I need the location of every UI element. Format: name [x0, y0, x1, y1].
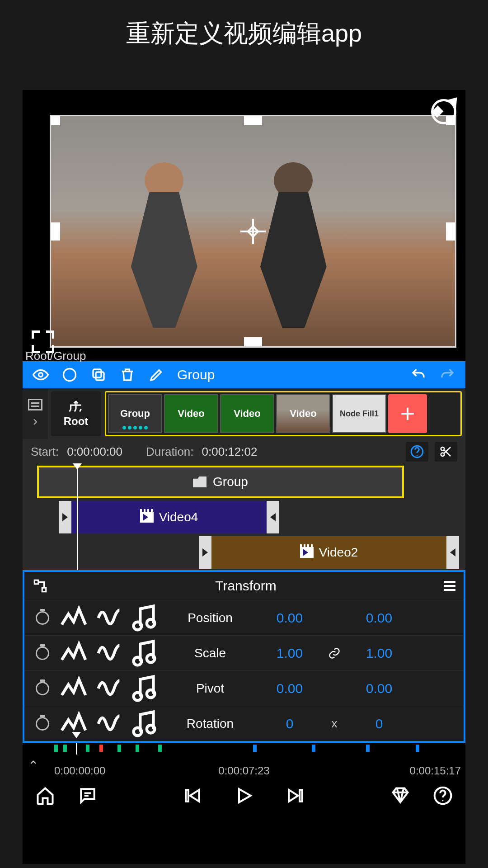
group-children-indicator-icon: [122, 426, 148, 429]
resize-handle-e[interactable]: [446, 222, 456, 241]
add-node-button[interactable]: +: [388, 394, 427, 433]
prop-value-x[interactable]: 0.00: [260, 681, 319, 696]
circle-select-icon[interactable]: [61, 367, 78, 383]
prop-value-x[interactable]: 0: [260, 716, 319, 731]
help-hint-icon[interactable]: [406, 442, 428, 462]
node-strip: Group Video Video Video Node Fill1 +: [105, 391, 462, 436]
node-chip-fill[interactable]: Node Fill1: [332, 394, 386, 433]
music-note-icon[interactable]: [128, 673, 160, 704]
visibility-icon[interactable]: [33, 367, 49, 383]
transform-icon[interactable]: [33, 578, 48, 594]
svg-rect-8: [34, 580, 38, 584]
keyframe-marker-strip[interactable]: [23, 743, 465, 755]
clip-trim-left[interactable]: [199, 536, 211, 569]
keyframe-marker[interactable]: [99, 745, 103, 752]
clip-video2[interactable]: Video2: [199, 536, 459, 569]
stopwatch-icon[interactable]: [31, 646, 54, 660]
keyframe-marker[interactable]: [158, 745, 162, 752]
preview-area[interactable]: Root/Group: [23, 90, 465, 361]
keyframe-marker[interactable]: [63, 745, 67, 752]
list-icon: [28, 399, 42, 410]
wave-icon[interactable]: [93, 673, 125, 704]
step-back-icon[interactable]: [183, 786, 202, 806]
svg-point-16: [134, 727, 142, 736]
playhead[interactable]: [77, 464, 78, 570]
node-chip-video-1[interactable]: Video: [164, 394, 218, 433]
wave-icon[interactable]: [93, 708, 125, 740]
node-chip-group[interactable]: Group: [108, 394, 162, 433]
prop-value-y[interactable]: 0.00: [350, 681, 408, 696]
prop-row-position: Position 0.00 0.00: [24, 600, 464, 635]
resize-handle-s[interactable]: [244, 337, 262, 348]
canvas[interactable]: [50, 115, 456, 348]
stopwatch-icon[interactable]: [31, 611, 54, 625]
step-forward-icon[interactable]: [286, 786, 305, 806]
stopwatch-icon[interactable]: [31, 717, 54, 731]
svg-point-21: [442, 800, 444, 802]
prop-value-y[interactable]: 1.00: [350, 646, 408, 661]
stopwatch-icon[interactable]: [31, 682, 54, 695]
svg-point-14: [134, 692, 142, 700]
keyframe-marker[interactable]: [312, 745, 315, 752]
keyframe-marker[interactable]: [117, 745, 121, 752]
anchor-crosshair-icon[interactable]: [240, 219, 266, 244]
timeline-tracks[interactable]: Group Video4 Video2: [23, 464, 465, 570]
panel-menu-icon[interactable]: [444, 581, 455, 591]
trash-icon[interactable]: [119, 367, 136, 383]
keyframe-marker[interactable]: [54, 745, 58, 752]
edit-pencil-icon[interactable]: [148, 367, 164, 383]
diamond-premium-icon[interactable]: [390, 786, 410, 806]
keyframe-marker[interactable]: [416, 745, 419, 752]
keyframe-marker[interactable]: [136, 745, 139, 752]
duration-value[interactable]: 0:00:12:02: [202, 445, 258, 459]
clip-trim-left[interactable]: [59, 501, 71, 533]
home-icon[interactable]: [35, 786, 55, 806]
music-note-icon[interactable]: [128, 708, 160, 740]
prop-value-y[interactable]: 0.00: [350, 610, 408, 626]
page-title: 重新定义视频编辑app: [0, 0, 488, 63]
music-note-icon[interactable]: [128, 602, 160, 634]
music-note-icon[interactable]: [128, 637, 160, 669]
prop-value-y[interactable]: 0: [350, 716, 408, 731]
clip-video4[interactable]: Video4: [59, 501, 279, 533]
resize-handle-n[interactable]: [244, 115, 262, 125]
graph-icon[interactable]: [58, 637, 89, 669]
link-icon[interactable]: [323, 647, 346, 660]
help-icon[interactable]: [433, 786, 453, 806]
root-node-button[interactable]: Root: [51, 391, 101, 436]
svg-point-17: [147, 725, 155, 733]
clip-group[interactable]: Group: [37, 466, 404, 498]
time-ruler[interactable]: ⌃ 0:00:00:00 0:00:07:23 0:00:15:17: [23, 755, 465, 780]
node-chip-label: Group: [120, 408, 150, 420]
graph-icon[interactable]: [58, 673, 89, 704]
node-chip-video-3[interactable]: Video: [276, 394, 330, 433]
start-value[interactable]: 0:00:00:00: [67, 445, 122, 459]
collapse-ruler-icon[interactable]: ⌃: [28, 758, 38, 773]
wave-icon[interactable]: [93, 637, 125, 669]
prop-label: Pivot: [164, 681, 257, 696]
scissors-icon[interactable]: [435, 442, 457, 462]
redo-icon[interactable]: [439, 367, 455, 383]
keyframe-marker[interactable]: [366, 745, 370, 752]
rotate-handle-icon[interactable]: [431, 99, 456, 124]
prop-row-pivot: Pivot 0.00 0.00: [24, 670, 464, 706]
side-panel-toggle[interactable]: ›: [23, 388, 48, 439]
graph-icon[interactable]: [58, 602, 89, 634]
keyframe-marker[interactable]: [253, 745, 257, 752]
comment-icon[interactable]: [78, 786, 98, 806]
play-icon[interactable]: [234, 786, 254, 806]
wave-icon[interactable]: [93, 602, 125, 634]
prop-value-x[interactable]: 1.00: [260, 646, 319, 661]
svg-point-6: [441, 447, 445, 451]
copy-icon[interactable]: [90, 367, 107, 383]
clip-trim-right[interactable]: [446, 536, 459, 569]
undo-icon[interactable]: [410, 367, 427, 383]
time-info-bar: Start: 0:00:00:00 Duration: 0:00:12:02: [23, 439, 465, 464]
clip-trim-right[interactable]: [267, 501, 279, 533]
keyframe-marker[interactable]: [86, 745, 89, 752]
svg-point-11: [147, 619, 155, 627]
resize-handle-nw[interactable]: [50, 115, 60, 125]
resize-handle-w[interactable]: [50, 222, 60, 241]
prop-value-x[interactable]: 0.00: [260, 610, 319, 626]
node-chip-video-2[interactable]: Video: [220, 394, 274, 433]
